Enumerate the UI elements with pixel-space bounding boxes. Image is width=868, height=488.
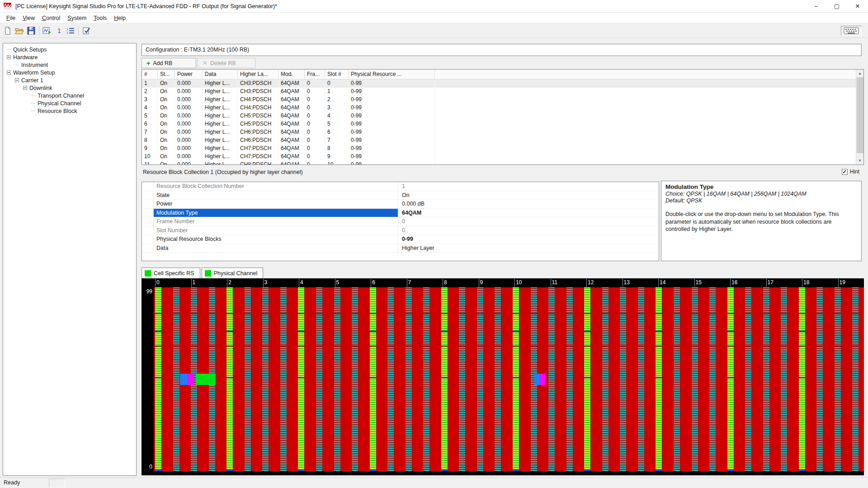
new-document-button[interactable]	[2, 25, 14, 37]
apply-settings-button[interactable]	[80, 25, 92, 37]
grid-subframe-label: 2	[228, 279, 231, 286]
column-header[interactable]: Higher La...	[238, 70, 278, 79]
table-row[interactable]: 3On0.000Higher L...CH4:PDSCH64QAM020-99	[142, 96, 863, 104]
rs-bottom-cap	[441, 469, 448, 471]
sequence-list-button[interactable]: 1 2	[65, 25, 76, 37]
table-cell: 10	[142, 153, 158, 161]
column-header[interactable]: Data	[203, 70, 238, 79]
scrollbar-thumb[interactable]	[857, 77, 863, 153]
tree-item-instrument[interactable]: Instrument	[3, 61, 136, 69]
tree-collapse-icon[interactable]	[7, 55, 11, 59]
column-header[interactable]: Physical Resource ...	[349, 70, 435, 79]
property-row-modulation-type[interactable]: Modulation Type64QAM	[142, 209, 659, 218]
grid-texture-line	[370, 313, 376, 314]
property-row-frame-number[interactable]: Frame Number0	[142, 217, 659, 226]
menu-help[interactable]: Help	[110, 14, 129, 23]
menu-tools[interactable]: Tools	[90, 14, 110, 23]
menu-view[interactable]: View	[19, 14, 38, 23]
hint-checkbox-group[interactable]: Hint	[842, 169, 859, 175]
tree-collapse-icon[interactable]	[23, 86, 27, 90]
table-cell: On	[158, 120, 175, 128]
column-header[interactable]: Slot #	[325, 70, 349, 79]
physical-channel-column	[852, 287, 859, 471]
column-header[interactable]: Mod.	[278, 70, 305, 79]
column-header[interactable]: Fra...	[305, 70, 325, 79]
menu-system[interactable]: System	[64, 14, 90, 23]
delete-rb-button[interactable]: ✕ Delete RB	[198, 58, 255, 68]
menu-file[interactable]: File	[3, 14, 19, 23]
table-row[interactable]: 5On0.000Higher L...CH5:PDSCH64QAM040-99	[142, 112, 863, 120]
table-scrollbar[interactable]: ▲ ▼	[856, 70, 863, 164]
table-row[interactable]: 4On0.000Higher L...CH4:PDSCH64QAM030-99	[142, 104, 863, 112]
table-cell: 0-99	[349, 104, 435, 112]
grid-subframe-label: 0	[156, 279, 160, 286]
carrier-number-button[interactable]: 1	[53, 25, 65, 37]
tree-connector	[31, 95, 35, 96]
table-cell: 0.000	[175, 161, 203, 165]
sequence-list-icon: 1 2	[66, 27, 75, 35]
grid-subframe-label: 6	[372, 279, 375, 286]
keyboard-toggle[interactable]	[841, 26, 862, 36]
property-row-slot-number[interactable]: Slot Number0	[142, 226, 659, 235]
table-row[interactable]: 10On0.000Higher L...CH7:PDSCH64QAM090-99	[142, 153, 863, 161]
legend-tab-physical-channel[interactable]: Physical Channel	[202, 267, 264, 278]
tree-item-waveform-setup[interactable]: Waveform Setup	[3, 69, 136, 76]
rs-bottom-cap	[584, 469, 590, 471]
table-cell: 11	[142, 161, 158, 165]
property-row-resource-block-collection-number[interactable]: Resource Block Collection Number1	[142, 182, 659, 191]
grid-tick	[299, 279, 299, 287]
grid-subframe-label: 19	[840, 279, 845, 286]
app-icon	[4, 3, 11, 9]
legend-color-swatch	[145, 270, 151, 277]
tree-item-transport-channel[interactable]: Transport Channel	[3, 92, 136, 99]
tree-item-physical-channel[interactable]: Physical Channel	[3, 99, 136, 107]
grid-plot-area[interactable]	[154, 287, 864, 471]
column-header[interactable]: #	[142, 70, 158, 79]
column-header[interactable]: St...	[158, 70, 175, 79]
rs-blue-line	[584, 331, 590, 332]
scroll-down-icon[interactable]: ▼	[856, 157, 863, 164]
save-button[interactable]	[25, 25, 37, 37]
table-row[interactable]: 7On0.000Higher L...CH6:PDSCH64QAM060-99	[142, 128, 863, 136]
grid-tick	[766, 279, 767, 287]
property-row-physical-resource-blocks[interactable]: Physical Resource Blocks0-99	[142, 235, 659, 244]
configuration-label: Configuration : E-TM3.1 20MHz (100 RB)	[142, 44, 862, 56]
table-row[interactable]: 6On0.000Higher L...CH5:PDSCH64QAM050-99	[142, 120, 863, 128]
tree-item-hardware[interactable]: Hardware	[3, 53, 136, 61]
property-row-data[interactable]: DataHigher Layer	[142, 244, 659, 253]
grid-subframe-label: 17	[768, 279, 774, 286]
property-value: On	[398, 191, 659, 200]
grid-texture-line	[602, 346, 609, 347]
tree-item-downlink[interactable]: Downlink	[3, 84, 136, 92]
tree-collapse-icon[interactable]	[7, 70, 11, 75]
toolbar-separator	[39, 26, 39, 35]
table-row[interactable]: 8On0.000Higher L...CH6:PDSCH64QAM070-99	[142, 136, 863, 145]
open-file-button[interactable]	[14, 25, 25, 37]
waveform-setup-button[interactable]	[41, 25, 53, 37]
grid-texture-line	[674, 346, 680, 347]
table-row[interactable]: 11On0.000Higher L...CH8:PDSCH64QAM0100-9…	[142, 161, 863, 165]
add-rb-button[interactable]: + Add RB	[142, 58, 196, 68]
property-row-power[interactable]: Power0.000 dB	[142, 200, 659, 209]
maximize-button[interactable]: ▢	[826, 0, 847, 12]
tree-item-carrier-1[interactable]: Carrier 1	[3, 76, 136, 84]
grid-texture-line	[638, 313, 644, 314]
property-row-state[interactable]: StateOn	[142, 191, 659, 200]
menu-control[interactable]: Control	[38, 14, 64, 23]
property-gutter	[142, 226, 154, 235]
tree-collapse-icon[interactable]	[15, 78, 19, 82]
hint-checkbox[interactable]	[842, 169, 848, 175]
grid-legend: Cell Specific RSPhysical Channel	[142, 267, 264, 278]
tree-item-quick-setups[interactable]: Quick Setups	[3, 46, 136, 53]
minimize-button[interactable]: –	[806, 0, 826, 12]
resource-grid[interactable]: 012345678910111213141516171819 99 0	[142, 278, 864, 475]
table-row[interactable]: 9On0.000Higher L...CH7:PDSCH64QAM080-99	[142, 145, 863, 153]
scroll-up-icon[interactable]: ▲	[856, 70, 863, 77]
legend-tab-cell-specific-rs[interactable]: Cell Specific RS	[142, 267, 200, 278]
tree-item-resource-block[interactable]: Resource Block	[3, 107, 136, 115]
table-cell: On	[158, 128, 175, 136]
table-row[interactable]: 1On0.000Higher L...CH3:PDSCH64QAM000-99	[142, 80, 863, 88]
column-header[interactable]: Power	[175, 70, 203, 79]
close-button[interactable]: ✕	[847, 0, 868, 12]
table-row[interactable]: 2On0.000Higher L...CH3:PDSCH64QAM010-99	[142, 88, 863, 96]
